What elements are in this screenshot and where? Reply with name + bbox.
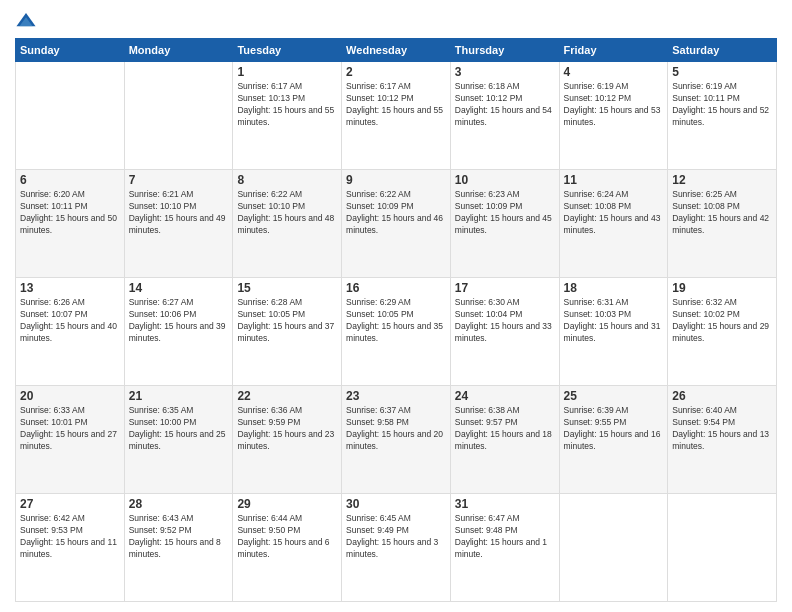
week-row-3: 13Sunrise: 6:26 AM Sunset: 10:07 PM Dayl… — [16, 278, 777, 386]
day-number: 7 — [129, 173, 229, 187]
weekday-header-friday: Friday — [559, 39, 668, 62]
day-cell: 5Sunrise: 6:19 AM Sunset: 10:11 PM Dayli… — [668, 62, 777, 170]
day-cell: 25Sunrise: 6:39 AM Sunset: 9:55 PM Dayli… — [559, 386, 668, 494]
day-cell: 1Sunrise: 6:17 AM Sunset: 10:13 PM Dayli… — [233, 62, 342, 170]
day-number: 27 — [20, 497, 120, 511]
day-number: 20 — [20, 389, 120, 403]
day-number: 18 — [564, 281, 664, 295]
day-number: 13 — [20, 281, 120, 295]
day-info: Sunrise: 6:17 AM Sunset: 10:13 PM Daylig… — [237, 81, 337, 129]
day-number: 16 — [346, 281, 446, 295]
day-cell: 16Sunrise: 6:29 AM Sunset: 10:05 PM Dayl… — [342, 278, 451, 386]
page: SundayMondayTuesdayWednesdayThursdayFrid… — [0, 0, 792, 612]
day-info: Sunrise: 6:33 AM Sunset: 10:01 PM Daylig… — [20, 405, 120, 453]
day-info: Sunrise: 6:45 AM Sunset: 9:49 PM Dayligh… — [346, 513, 446, 561]
day-info: Sunrise: 6:39 AM Sunset: 9:55 PM Dayligh… — [564, 405, 664, 453]
day-info: Sunrise: 6:42 AM Sunset: 9:53 PM Dayligh… — [20, 513, 120, 561]
day-cell: 7Sunrise: 6:21 AM Sunset: 10:10 PM Dayli… — [124, 170, 233, 278]
day-number: 5 — [672, 65, 772, 79]
weekday-header-wednesday: Wednesday — [342, 39, 451, 62]
day-number: 26 — [672, 389, 772, 403]
weekday-header-saturday: Saturday — [668, 39, 777, 62]
day-cell: 4Sunrise: 6:19 AM Sunset: 10:12 PM Dayli… — [559, 62, 668, 170]
day-number: 3 — [455, 65, 555, 79]
day-cell: 15Sunrise: 6:28 AM Sunset: 10:05 PM Dayl… — [233, 278, 342, 386]
day-info: Sunrise: 6:26 AM Sunset: 10:07 PM Daylig… — [20, 297, 120, 345]
day-number: 21 — [129, 389, 229, 403]
day-cell: 10Sunrise: 6:23 AM Sunset: 10:09 PM Dayl… — [450, 170, 559, 278]
day-number: 14 — [129, 281, 229, 295]
day-number: 1 — [237, 65, 337, 79]
weekday-header-thursday: Thursday — [450, 39, 559, 62]
day-cell: 29Sunrise: 6:44 AM Sunset: 9:50 PM Dayli… — [233, 494, 342, 602]
calendar-table: SundayMondayTuesdayWednesdayThursdayFrid… — [15, 38, 777, 602]
day-cell: 2Sunrise: 6:17 AM Sunset: 10:12 PM Dayli… — [342, 62, 451, 170]
day-number: 6 — [20, 173, 120, 187]
day-info: Sunrise: 6:19 AM Sunset: 10:11 PM Daylig… — [672, 81, 772, 129]
day-info: Sunrise: 6:29 AM Sunset: 10:05 PM Daylig… — [346, 297, 446, 345]
weekday-header-monday: Monday — [124, 39, 233, 62]
day-cell — [559, 494, 668, 602]
day-info: Sunrise: 6:47 AM Sunset: 9:48 PM Dayligh… — [455, 513, 555, 561]
day-number: 28 — [129, 497, 229, 511]
day-number: 22 — [237, 389, 337, 403]
day-cell: 28Sunrise: 6:43 AM Sunset: 9:52 PM Dayli… — [124, 494, 233, 602]
day-cell: 18Sunrise: 6:31 AM Sunset: 10:03 PM Dayl… — [559, 278, 668, 386]
day-number: 10 — [455, 173, 555, 187]
day-info: Sunrise: 6:19 AM Sunset: 10:12 PM Daylig… — [564, 81, 664, 129]
day-cell: 22Sunrise: 6:36 AM Sunset: 9:59 PM Dayli… — [233, 386, 342, 494]
day-cell: 12Sunrise: 6:25 AM Sunset: 10:08 PM Dayl… — [668, 170, 777, 278]
day-info: Sunrise: 6:31 AM Sunset: 10:03 PM Daylig… — [564, 297, 664, 345]
day-cell: 21Sunrise: 6:35 AM Sunset: 10:00 PM Dayl… — [124, 386, 233, 494]
day-info: Sunrise: 6:27 AM Sunset: 10:06 PM Daylig… — [129, 297, 229, 345]
day-info: Sunrise: 6:30 AM Sunset: 10:04 PM Daylig… — [455, 297, 555, 345]
day-cell: 24Sunrise: 6:38 AM Sunset: 9:57 PM Dayli… — [450, 386, 559, 494]
day-info: Sunrise: 6:36 AM Sunset: 9:59 PM Dayligh… — [237, 405, 337, 453]
day-info: Sunrise: 6:23 AM Sunset: 10:09 PM Daylig… — [455, 189, 555, 237]
day-cell: 23Sunrise: 6:37 AM Sunset: 9:58 PM Dayli… — [342, 386, 451, 494]
day-cell: 8Sunrise: 6:22 AM Sunset: 10:10 PM Dayli… — [233, 170, 342, 278]
day-info: Sunrise: 6:20 AM Sunset: 10:11 PM Daylig… — [20, 189, 120, 237]
day-number: 11 — [564, 173, 664, 187]
day-info: Sunrise: 6:37 AM Sunset: 9:58 PM Dayligh… — [346, 405, 446, 453]
day-number: 8 — [237, 173, 337, 187]
day-cell — [16, 62, 125, 170]
day-cell: 17Sunrise: 6:30 AM Sunset: 10:04 PM Dayl… — [450, 278, 559, 386]
day-number: 19 — [672, 281, 772, 295]
day-cell — [668, 494, 777, 602]
day-cell: 26Sunrise: 6:40 AM Sunset: 9:54 PM Dayli… — [668, 386, 777, 494]
day-number: 30 — [346, 497, 446, 511]
weekday-header-tuesday: Tuesday — [233, 39, 342, 62]
day-cell: 30Sunrise: 6:45 AM Sunset: 9:49 PM Dayli… — [342, 494, 451, 602]
day-number: 23 — [346, 389, 446, 403]
week-row-5: 27Sunrise: 6:42 AM Sunset: 9:53 PM Dayli… — [16, 494, 777, 602]
day-cell: 11Sunrise: 6:24 AM Sunset: 10:08 PM Dayl… — [559, 170, 668, 278]
day-cell: 14Sunrise: 6:27 AM Sunset: 10:06 PM Dayl… — [124, 278, 233, 386]
day-number: 29 — [237, 497, 337, 511]
day-info: Sunrise: 6:28 AM Sunset: 10:05 PM Daylig… — [237, 297, 337, 345]
weekday-header-row: SundayMondayTuesdayWednesdayThursdayFrid… — [16, 39, 777, 62]
day-info: Sunrise: 6:18 AM Sunset: 10:12 PM Daylig… — [455, 81, 555, 129]
day-number: 24 — [455, 389, 555, 403]
day-info: Sunrise: 6:43 AM Sunset: 9:52 PM Dayligh… — [129, 513, 229, 561]
week-row-4: 20Sunrise: 6:33 AM Sunset: 10:01 PM Dayl… — [16, 386, 777, 494]
day-number: 12 — [672, 173, 772, 187]
day-info: Sunrise: 6:32 AM Sunset: 10:02 PM Daylig… — [672, 297, 772, 345]
header — [15, 10, 777, 32]
day-info: Sunrise: 6:40 AM Sunset: 9:54 PM Dayligh… — [672, 405, 772, 453]
day-number: 4 — [564, 65, 664, 79]
day-info: Sunrise: 6:44 AM Sunset: 9:50 PM Dayligh… — [237, 513, 337, 561]
day-cell: 27Sunrise: 6:42 AM Sunset: 9:53 PM Dayli… — [16, 494, 125, 602]
day-info: Sunrise: 6:17 AM Sunset: 10:12 PM Daylig… — [346, 81, 446, 129]
logo-icon — [15, 10, 37, 32]
day-info: Sunrise: 6:25 AM Sunset: 10:08 PM Daylig… — [672, 189, 772, 237]
day-cell: 9Sunrise: 6:22 AM Sunset: 10:09 PM Dayli… — [342, 170, 451, 278]
day-number: 31 — [455, 497, 555, 511]
day-info: Sunrise: 6:22 AM Sunset: 10:10 PM Daylig… — [237, 189, 337, 237]
day-cell: 31Sunrise: 6:47 AM Sunset: 9:48 PM Dayli… — [450, 494, 559, 602]
day-cell: 13Sunrise: 6:26 AM Sunset: 10:07 PM Dayl… — [16, 278, 125, 386]
day-number: 9 — [346, 173, 446, 187]
day-cell: 3Sunrise: 6:18 AM Sunset: 10:12 PM Dayli… — [450, 62, 559, 170]
day-number: 2 — [346, 65, 446, 79]
day-info: Sunrise: 6:22 AM Sunset: 10:09 PM Daylig… — [346, 189, 446, 237]
